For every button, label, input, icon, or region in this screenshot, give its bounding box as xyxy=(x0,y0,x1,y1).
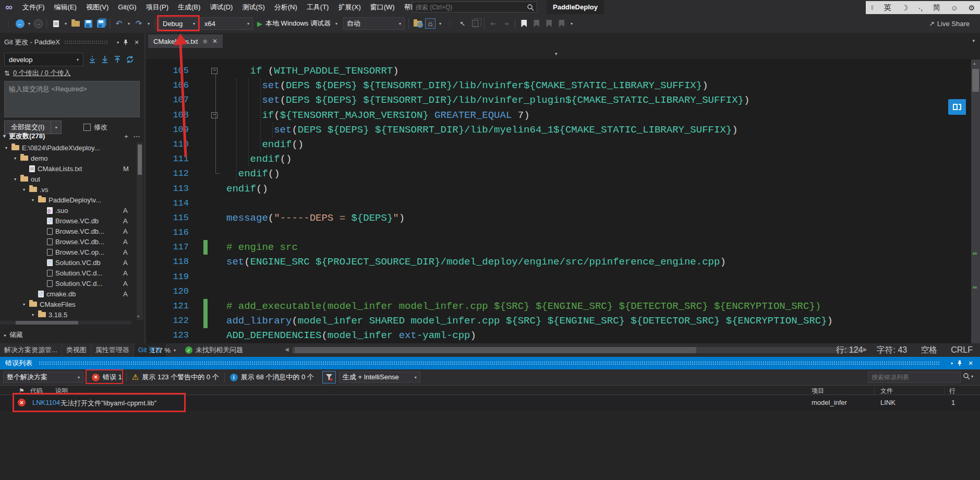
indent-increase-button[interactable]: ⇥ xyxy=(501,18,511,29)
code-line-119[interactable]: 119 xyxy=(146,270,980,284)
undo-button[interactable]: ↶ xyxy=(114,18,124,29)
code-line-109[interactable]: 109 set(DEPS ${DEPS} ${TENSORRT_DIR}/lib… xyxy=(146,123,980,137)
chevron-down-icon[interactable]: ▾ xyxy=(555,51,558,56)
expanded-triangle-icon[interactable]: ▾ xyxy=(23,302,29,307)
commit-message-box[interactable] xyxy=(4,81,140,117)
navigate-forward-button[interactable]: → xyxy=(34,19,43,28)
severity-flag-icon[interactable]: ⚑ xyxy=(19,387,25,394)
tree-row-7[interactable]: Browse.VC.dbA xyxy=(0,215,131,226)
ime-item-0[interactable]: 英 xyxy=(884,3,891,13)
home-button[interactable]: ⌂ xyxy=(425,18,435,29)
code-line-110[interactable]: 110 endif() xyxy=(146,137,980,152)
tree-row-3[interactable]: ▾out xyxy=(0,174,131,184)
save-all-button[interactable] xyxy=(95,18,106,29)
menu-item-7[interactable]: 测试(S) xyxy=(237,3,269,11)
open-folder-button[interactable] xyxy=(70,18,81,29)
ime-item-1[interactable]: ☽ xyxy=(901,4,908,12)
toggle-bookmark-button[interactable] xyxy=(519,18,529,29)
warnings-toggle-button[interactable]: ⚠ 展示 123 个警告中的 0 个 xyxy=(127,373,224,382)
ime-item-5[interactable]: ⚙ xyxy=(969,4,975,12)
tree-row-9[interactable]: Browse.VC.db...A xyxy=(0,236,131,247)
expanded-triangle-icon[interactable]: ▾ xyxy=(23,187,29,192)
tab-overflow-icon[interactable]: ▾ xyxy=(972,38,975,43)
navigate-back-button[interactable]: ← xyxy=(16,19,25,28)
tree-row-6[interactable]: .suoA xyxy=(0,205,131,215)
undo-caret-icon[interactable]: ▾ xyxy=(126,18,131,29)
branch-dropdown[interactable]: develop ▾ xyxy=(4,53,83,66)
solution-platform-dropdown[interactable]: x64 ▾ xyxy=(201,17,253,30)
window-position-icon[interactable]: ▾ xyxy=(114,40,122,45)
error-code-link[interactable]: LNK1104 xyxy=(32,399,60,406)
more-actions-icon[interactable]: ⋯ xyxy=(132,133,141,140)
code-line-116[interactable]: 116 xyxy=(146,225,980,240)
git-sync-button[interactable] xyxy=(124,54,136,65)
start-debugging-button[interactable]: ▶ 本地 Windows 调试器 ▾ xyxy=(255,18,341,29)
solution-configuration-dropdown[interactable]: Debug ▾ xyxy=(159,17,199,30)
attach-dropdown[interactable]: 自动 ▾ xyxy=(343,17,405,30)
tree-row-5[interactable]: ▾PaddleDeploy\v... xyxy=(0,195,131,205)
error-search-box[interactable] xyxy=(868,371,961,383)
status-char[interactable]: 字符: 43 xyxy=(877,345,908,356)
code-line-122[interactable]: 122add_library(model_infer SHARED model_… xyxy=(146,314,980,328)
window-position-icon[interactable]: ▾ xyxy=(948,361,956,366)
navigation-bar[interactable]: ▾ xyxy=(146,48,980,59)
menu-item-0[interactable]: 文件(F) xyxy=(18,3,50,11)
panel-tab-0[interactable]: 解决方案资源管... xyxy=(0,343,62,357)
panel-tab-1[interactable]: 类视图 xyxy=(62,343,91,357)
home-caret-icon[interactable]: ▾ xyxy=(438,18,443,29)
code-editor[interactable]: 105− if (WITH_PADDLE_TENSORRT)106 set(DE… xyxy=(146,59,980,343)
pin-icon[interactable] xyxy=(957,360,965,366)
col-line[interactable]: 行 xyxy=(949,387,955,395)
menu-item-3[interactable]: Git(G) xyxy=(113,3,141,11)
menu-item-10[interactable]: 扩展(X) xyxy=(333,3,365,11)
tree-row-2[interactable]: CMakeLists.txtM xyxy=(0,163,131,174)
git-panel-titlebar[interactable]: Git 更改 - PaddleX ▾ ✕ xyxy=(0,36,145,49)
code-line-105[interactable]: 105− if (WITH_PADDLE_TENSORRT) xyxy=(146,64,980,78)
close-icon[interactable]: ✕ xyxy=(966,360,975,367)
next-bookmark-button[interactable] xyxy=(544,18,554,29)
error-list-titlebar[interactable]: 错误列表 ▾ ✕ xyxy=(0,357,980,369)
hscroll-left-icon[interactable]: ◀ xyxy=(285,346,289,352)
code-line-108[interactable]: 108− if(${TENSORRT_MAJOR_VERSION} GREATE… xyxy=(146,108,980,123)
ime-item-4[interactable]: ☺ xyxy=(951,4,958,12)
code-line-112[interactable]: 112 endif() xyxy=(146,166,980,181)
zoom-dropdown[interactable]: 177 % ▾ xyxy=(151,346,176,354)
code-line-107[interactable]: 107 set(DEPS ${DEPS} ${TENSORRT_DIR}/lib… xyxy=(146,93,980,107)
redo-button[interactable]: ↷ xyxy=(134,18,144,29)
ime-item-3[interactable]: 简 xyxy=(933,3,940,13)
menu-item-2[interactable]: 视图(V) xyxy=(81,3,113,11)
code-line-106[interactable]: 106 set(DEPS ${DEPS} ${TENSORRT_DIR}/lib… xyxy=(146,78,980,93)
tree-row-8[interactable]: Browse.VC.db...A xyxy=(0,226,131,236)
document-health-indicator[interactable]: ✓ 未找到相关问题 xyxy=(185,345,243,355)
git-pull-button[interactable] xyxy=(99,54,111,65)
tree-vertical-scrollbar[interactable]: ▾ xyxy=(137,142,143,320)
close-icon[interactable]: ✕ xyxy=(132,39,141,46)
tree-row-11[interactable]: Solution.VC.dbA xyxy=(0,257,131,268)
expanded-triangle-icon[interactable]: ▾ xyxy=(14,177,20,182)
menu-item-1[interactable]: 编辑(E) xyxy=(50,3,81,11)
git-fetch-button[interactable] xyxy=(87,54,98,65)
expanded-triangle-icon[interactable]: ▾ xyxy=(32,198,38,202)
col-project[interactable]: 项目 xyxy=(812,387,824,395)
scrollbar-thumb[interactable] xyxy=(972,69,979,92)
pin-icon[interactable] xyxy=(123,39,131,45)
collapsed-triangle-icon[interactable]: ▸ xyxy=(4,333,6,338)
save-button[interactable] xyxy=(83,18,93,29)
menu-item-9[interactable]: 工具(T) xyxy=(302,3,334,11)
col-desc[interactable]: 说明 xyxy=(55,387,68,395)
quick-search-box[interactable] xyxy=(412,2,537,13)
menu-item-11[interactable]: 窗口(W) xyxy=(366,3,400,11)
find-in-files-button[interactable] xyxy=(413,18,423,29)
amend-checkbox[interactable] xyxy=(83,124,91,131)
tab-close-icon[interactable]: ✕ xyxy=(212,38,217,45)
ime-toolbar[interactable]: ‖ 英☽·,简☺⚙ xyxy=(866,1,980,14)
code-line-118[interactable]: 118set(ENGINE_SRC ${PROJECT_SOURCE_DIR}/… xyxy=(146,255,980,269)
stash-section-header[interactable]: ▸ 储藏 xyxy=(4,330,23,340)
status-space[interactable]: 空格 xyxy=(921,345,937,356)
status-eol[interactable]: CRLF xyxy=(951,345,973,355)
commit-message-input[interactable] xyxy=(5,81,139,117)
messages-toggle-button[interactable]: i 展示 68 个消息中的 0 个 xyxy=(225,373,319,382)
toolbar-overflow-icon[interactable]: ▾ xyxy=(569,18,574,29)
live-share-button[interactable]: ↗ Live Share xyxy=(929,20,977,28)
tree-row-14[interactable]: cmake.dbA xyxy=(0,289,131,299)
